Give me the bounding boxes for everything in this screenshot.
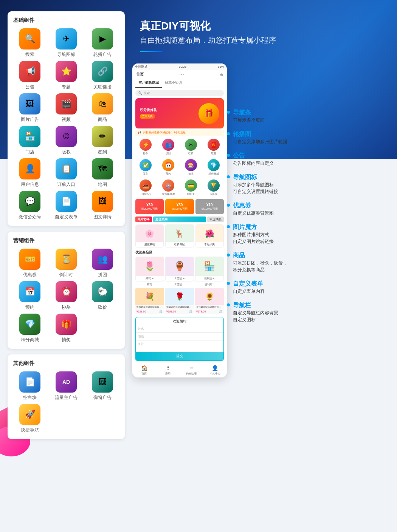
blank-icon: 📄 <box>19 371 40 393</box>
annotation-title-coupon: 优惠券 <box>233 202 389 210</box>
phone-tab-1[interactable]: 河北航歌商城 <box>135 79 162 88</box>
phone-coupons-row: ¥30满200.00可用 ¥50满300.00可用 ¥10满100.00可用 <box>132 198 227 215</box>
phone-icon-card[interactable]: 💳 刮刮卡 <box>181 179 202 196</box>
phone-sale-items: 🌸 超值购物 🦌 砍价专区 🌺 幸运抽奖 <box>135 224 224 247</box>
sale-item-3[interactable]: 🌺 幸运抽奖 <box>195 224 224 247</box>
reserve-icon: 📅 <box>19 281 40 302</box>
component-nav-icon[interactable]: ✈ 导航图标 <box>50 28 83 58</box>
phone-cat-flower[interactable]: 🌷 鲜花 ⊕ <box>135 257 164 281</box>
component-topic[interactable]: ⭐ 专题 <box>50 61 83 90</box>
component-group[interactable]: 👥 拼团 <box>86 249 119 278</box>
goods-icon: 🛍 <box>92 93 113 114</box>
component-checkin[interactable]: ✏ 签到 <box>86 126 119 155</box>
component-image-ad[interactable]: 🖼 图片广告 <box>13 93 47 123</box>
phone-product-2[interactable]: 🌹 洋洒迪鲜花速递同城鲜花送达... ¥199.00 🛒 <box>165 288 194 314</box>
countdown-icon: ⏳ <box>56 249 77 270</box>
phone-icon-treasure[interactable]: 🏆 步步宝 <box>203 179 224 196</box>
phone-cat-store[interactable]: 🏪 便利店 ⊕ <box>195 257 224 281</box>
sale-item-1[interactable]: 🌸 超值购物 <box>135 224 164 247</box>
phone-icon-group[interactable]: 👥 拼团 <box>158 139 179 155</box>
phone-product-1[interactable]: 💐 双枝鲜花速递同城高端遥括精品... ¥158.00 🛒 <box>135 288 164 314</box>
phone-search-bar[interactable]: 🔍 搜索 <box>135 90 224 96</box>
phone-banner-button[interactable]: 立即兑换 <box>140 114 155 119</box>
phone-icon-flash[interactable]: ⚡ 秒杀 <box>135 139 156 155</box>
component-coupon[interactable]: 🎫 优惠券 <box>13 249 47 278</box>
component-reserve[interactable]: 📅 预约 <box>13 281 47 311</box>
phone-icon-turntable[interactable]: 🎡 九宫格抽奖 <box>158 179 179 196</box>
annotation-text-nav-icons: 导航图标 可添加多个导航图标可自定义设置跳转链接 <box>233 173 389 195</box>
user-info-icon: 👤 <box>19 158 40 179</box>
topic-icon: ⭐ <box>56 61 77 82</box>
component-quick-nav[interactable]: 🚀 快捷导航 <box>13 404 47 433</box>
component-bargain[interactable]: 🐑 砍价 <box>86 281 119 311</box>
component-link[interactable]: 🔗 关联链接 <box>86 61 119 90</box>
component-search[interactable]: 🔍 搜索 <box>13 28 47 58</box>
phone-coupon-1[interactable]: ¥30满200.00可用 <box>135 199 164 214</box>
phone-icon-checkin[interactable]: ✅ 签到 <box>135 159 156 176</box>
phone-icon-lottery[interactable]: 🎰 抽奖 <box>181 159 202 176</box>
phone-nav-home[interactable]: 🏠 首页 <box>132 365 156 376</box>
component-video[interactable]: 🎬 视频 <box>50 93 83 123</box>
left-component-panel: 基础组件 🔍 搜索 ✈ 导航图标 ▶ 轮播广告 📢 公告 <box>8 11 125 439</box>
other-components-grid: 📄 空白块 AD 流量主广告 🖼 弹窗广告 🚀 快捷导航 <box>13 371 119 433</box>
basic-components-grid: 🔍 搜索 ✈ 导航图标 ▶ 轮播广告 📢 公告 ⭐ 专题 <box>13 28 119 220</box>
component-lucky-draw[interactable]: 🎁 抽奖 <box>50 314 83 343</box>
phone-cat-craft[interactable]: 🏺 工艺品 ⊕ <box>165 257 194 281</box>
annotation-dot-custom-form <box>227 282 230 285</box>
phone-form-phone[interactable]: 电话 <box>136 333 223 340</box>
checkin-nav-icon: ✅ <box>140 159 152 171</box>
component-image-detail[interactable]: 🖼 图文详情 <box>86 191 119 220</box>
basic-section-title: 基础组件 <box>13 17 119 24</box>
bargain-nav-icon: ✂ <box>185 139 197 151</box>
component-points-mall[interactable]: 💎 积分商城 <box>13 314 47 343</box>
phone-nav-apps[interactable]: ⠿ 应用 <box>156 365 180 376</box>
annotation-image-cube: 图片魔方 多种图片排列方式自定义图片跳转链接 <box>227 223 389 245</box>
component-goods[interactable]: 🛍 商品 <box>86 93 119 123</box>
component-wechat[interactable]: 💬 微信公众号 <box>13 191 47 220</box>
component-user-info[interactable]: 👤 用户信息 <box>13 158 47 188</box>
phone-banner-gift: 🎁 <box>198 103 219 124</box>
phone-icon-redpacket[interactable]: 🧧 红包 <box>203 139 224 155</box>
phone-icon-bargain[interactable]: ✂ 砍价 <box>181 139 202 155</box>
component-notice[interactable]: 📢 公告 <box>13 61 47 90</box>
annotation-title-custom-form: 自定义表单 <box>233 280 389 288</box>
annotation-text-carousel: 轮播图 可自定义添加多张图片轮播 <box>233 130 389 145</box>
annotation-carousel: 轮播图 可自定义添加多张图片轮播 <box>227 130 389 145</box>
phone-search-icon: 🔍 <box>138 91 142 95</box>
phone-product-3[interactable]: 🌻 长沙鲜同城快速签投花东来... ¥178.00 🛒 <box>195 288 224 314</box>
group-nav-icon: 👥 <box>162 139 174 151</box>
phone-coupon-3[interactable]: ¥10满100.00可用 <box>195 199 224 214</box>
phone-mockup: 中国联通 10:23 61% 首页 ··· ⊕ 河北航歌商城 鲜花小知识 <box>132 63 227 377</box>
phone-tab-2[interactable]: 鲜花小知识 <box>162 79 185 88</box>
phone-form-note[interactable]: 备注 <box>136 340 223 352</box>
component-carousel[interactable]: ▶ 轮播广告 <box>86 28 119 58</box>
annotation-nav-icons: 导航图标 可添加多个导航图标可自定义设置跳转链接 <box>227 173 389 195</box>
phone-form-name[interactable]: 姓名 <box>136 325 223 333</box>
component-order[interactable]: 📋 订单入口 <box>50 158 83 188</box>
component-flash-sale[interactable]: ⏰ 秒杀 <box>50 281 83 311</box>
phone-nav-profile[interactable]: 👤 个人中心 <box>203 365 227 376</box>
phone-product-categories: 🌷 鲜花 ⊕ 🏺 工艺品 ⊕ 🏪 便利店 ⊕ <box>132 257 227 283</box>
store-icon: 🏪 <box>19 126 40 147</box>
phone-icon-share[interactable]: 📤 分销中心 <box>135 179 156 196</box>
phone-coupon-2[interactable]: ¥50满300.00可用 <box>165 199 194 214</box>
phone-form-submit-btn[interactable]: 提交 <box>136 352 223 360</box>
phone-icon-reserve[interactable]: 📅 预约 <box>158 159 179 176</box>
bargain-icon: 🐑 <box>92 281 113 302</box>
phone-icon-points[interactable]: 💎 积分商城 <box>203 159 224 176</box>
notice-icon: 📢 <box>19 61 40 82</box>
product-1-img: 💐 <box>135 288 164 305</box>
component-copyright[interactable]: © 版权 <box>50 126 83 155</box>
component-feed-ad[interactable]: AD 流量主广告 <box>50 371 83 401</box>
annotation-dot-image-cube <box>227 225 230 228</box>
component-store[interactable]: 🏪 门店 <box>13 126 47 155</box>
sale-item-1-img: 🌸 <box>136 225 163 242</box>
phone-icons-row-3: 📤 分销中心 🎡 九宫格抽奖 💳 刮刮卡 🏆 步步宝 <box>132 178 227 198</box>
component-countdown[interactable]: ⏳ 倒计时 <box>50 249 83 278</box>
component-custom-form[interactable]: 📄 自定义表单 <box>50 191 83 220</box>
component-map[interactable]: 🗺 地图 <box>86 158 119 188</box>
component-popup-ad[interactable]: 🖼 弹窗广告 <box>86 371 119 401</box>
sale-item-2[interactable]: 🦌 砍价专区 <box>165 224 194 247</box>
phone-nav-assistant[interactable]: ≡ 购物助理 <box>180 365 203 376</box>
component-blank[interactable]: 📄 空白块 <box>13 371 47 401</box>
